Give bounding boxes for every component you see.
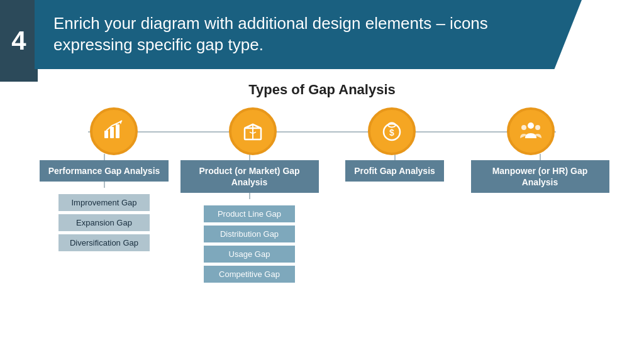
circle-node-profit: $ — [368, 107, 416, 155]
list-item: Product Line Gap — [204, 205, 295, 222]
circle-node-performance — [90, 107, 138, 155]
people-icon — [519, 119, 543, 143]
column-profit: Profit Gap Analysis — [326, 154, 464, 182]
sub-items-product: Product Line Gap Distribution Gap Usage … — [204, 205, 295, 283]
header-banner: Enrich your diagram with additional desi… — [35, 0, 582, 69]
step-badge: 4 — [0, 0, 38, 82]
category-performance: Performance Gap Analysis — [40, 160, 169, 182]
box-icon — [241, 119, 265, 143]
step-number: 4 — [11, 26, 26, 56]
list-item: Diversification Gap — [58, 234, 150, 251]
coin-icon: $ — [380, 119, 404, 143]
svg-rect-0 — [104, 131, 108, 138]
circle-profit: $ — [368, 107, 416, 155]
svg-point-12 — [535, 125, 540, 130]
svg-point-10 — [528, 122, 534, 129]
column-performance: Performance Gap Analysis Improvement Gap… — [35, 154, 174, 251]
circle-performance — [90, 107, 138, 155]
columns-row: Performance Gap Analysis Improvement Gap… — [19, 154, 625, 283]
section-title: Types of Gap Analysis — [19, 82, 625, 98]
column-product: Product (or Market) Gap Analysis Product… — [180, 154, 319, 283]
svg-rect-1 — [110, 127, 114, 138]
sub-connector-performance — [104, 182, 105, 188]
list-item: Expansion Gap — [58, 214, 150, 231]
list-item: Improvement Gap — [58, 194, 150, 211]
main-content: Types of Gap Analysis — [0, 75, 644, 348]
svg-point-11 — [521, 125, 526, 130]
category-manpower: Manpower (or HR) Gap Analysis — [471, 160, 609, 193]
svg-rect-2 — [116, 124, 119, 138]
circle-manpower — [507, 107, 555, 155]
category-profit: Profit Gap Analysis — [345, 160, 444, 182]
sub-items-performance: Improvement Gap Expansion Gap Diversific… — [58, 194, 150, 251]
category-product: Product (or Market) Gap Analysis — [180, 160, 319, 193]
list-item: Competitive Gap — [204, 266, 295, 283]
diagram: $ — [19, 107, 625, 283]
list-item: Distribution Gap — [204, 226, 295, 242]
chart-icon — [102, 119, 126, 143]
header-title: Enrich your diagram with additional desi… — [53, 13, 544, 56]
sub-connector-product — [249, 193, 250, 199]
circles-row: $ — [19, 107, 625, 155]
list-item: Usage Gap — [204, 246, 295, 263]
circle-node-product — [229, 107, 277, 155]
circle-product — [229, 107, 277, 155]
circle-node-manpower — [507, 107, 555, 155]
column-manpower: Manpower (or HR) Gap Analysis — [471, 154, 609, 193]
svg-text:$: $ — [389, 128, 394, 138]
